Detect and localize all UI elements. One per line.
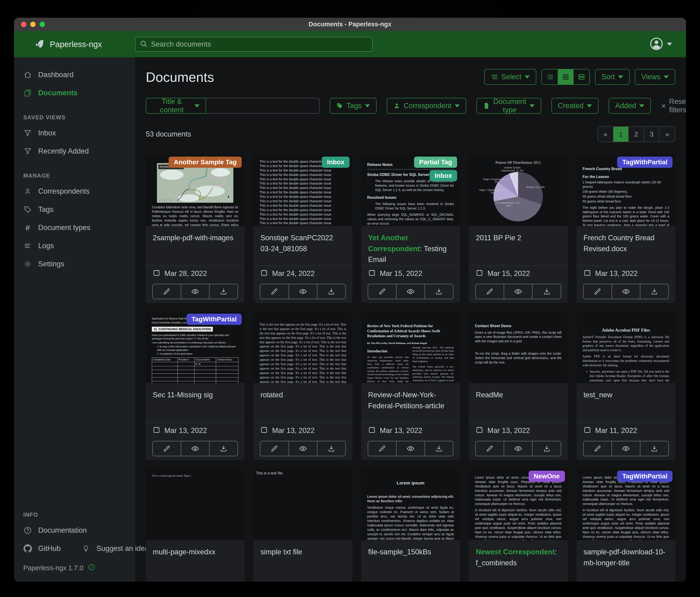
page-button[interactable]: « [598, 127, 614, 142]
document-thumbnail[interactable]: Contact Sheet DemoGiven a set of image f… [469, 311, 568, 383]
view-button[interactable] [397, 284, 425, 299]
reset-filters-button[interactable]: × Reset filters [661, 97, 686, 114]
card-title[interactable]: test_new [583, 390, 668, 401]
view-mode-detail[interactable] [574, 69, 590, 85]
page-button[interactable]: 1 [614, 127, 629, 142]
zoom-window-button[interactable] [40, 22, 45, 27]
document-thumbnail[interactable]: TagWithPartial French Country BreadFor t… [577, 154, 675, 226]
sidebar-item-documentation[interactable]: Documentation [14, 521, 135, 540]
document-thumbnail[interactable]: This is a test file. [253, 469, 352, 540]
view-button[interactable] [504, 284, 532, 299]
document-thumbnail[interactable]: NewOne Lorem ipsum dolor sit amet, conse… [469, 469, 568, 540]
document-card[interactable]: This is the text that appears on the fir… [253, 311, 352, 460]
document-card[interactable]: TagWithPartial French Country BreadFor t… [577, 154, 675, 303]
download-button[interactable] [641, 284, 668, 299]
document-card[interactable]: Adobe Acrobat PDF FilesAdobe® Portable D… [577, 311, 675, 460]
edit-button[interactable] [368, 284, 397, 299]
info-circle-icon[interactable] [88, 564, 95, 572]
global-search[interactable] [135, 37, 373, 52]
card-correspondent[interactable]: Yet Another Correspondent [368, 234, 420, 253]
view-button[interactable] [504, 441, 532, 456]
added-filter-button[interactable]: Added [609, 98, 651, 114]
download-button[interactable] [425, 441, 453, 456]
sidebar-item-recently-added[interactable]: Recently Added [14, 142, 135, 160]
document-card[interactable]: Partial TagInbox Release NotesSimba ODBC… [361, 154, 460, 303]
download-button[interactable] [317, 441, 345, 456]
minimize-window-button[interactable] [30, 22, 35, 27]
document-card[interactable]: This is a multi page document. Page 1. m… [146, 469, 245, 582]
sidebar-item-logs[interactable]: Logs [14, 237, 135, 255]
view-button[interactable] [612, 284, 641, 299]
card-title[interactable]: file-sample_150kBs [368, 547, 453, 558]
tag-badge[interactable]: TagWithPartial [186, 314, 242, 325]
document-thumbnail[interactable]: This is the text that appears on the fir… [253, 311, 352, 383]
tag-badge[interactable]: NewOne [529, 471, 565, 482]
document-thumbnail[interactable]: This is a multi page document. Page 1. [146, 469, 245, 540]
sidebar-item-github[interactable]: GitHub [14, 540, 64, 558]
tag-badge[interactable]: Partial Tag [414, 157, 457, 168]
sidebar-item-correspondents[interactable]: Correspondents [14, 182, 135, 200]
edit-button[interactable] [583, 441, 612, 456]
download-button[interactable] [317, 284, 345, 299]
sidebar-item-settings[interactable]: Settings [14, 255, 135, 273]
select-button[interactable]: Select [484, 69, 536, 85]
sidebar-item-documents[interactable]: Documents [14, 84, 135, 102]
document-card[interactable]: Patient BP Distribution 2011Normal, 151,… [469, 154, 568, 303]
card-title[interactable]: Review-of-New-York-Federal-Petitions-art… [368, 390, 453, 411]
document-card[interactable]: TagWithPartial Lorem ipsum dolor sit ame… [577, 469, 675, 582]
document-type-filter-button[interactable]: Document type [476, 98, 541, 114]
card-correspondent[interactable]: Newest Correspondent [476, 548, 555, 556]
document-card[interactable]: This is a test file. simple txt file [253, 469, 352, 582]
view-mode-grid[interactable] [558, 69, 574, 85]
document-thumbnail[interactable]: Lorem ipsumLorem ipsum dolor sit amet, c… [361, 469, 460, 540]
view-button[interactable] [289, 284, 317, 299]
tag-badge[interactable]: TagWithPartial [617, 471, 673, 482]
sidebar-item-inbox[interactable]: Inbox [14, 124, 135, 142]
edit-button[interactable] [153, 441, 181, 456]
download-button[interactable] [532, 284, 560, 299]
card-title[interactable]: 2011 BP Pie 2 [476, 233, 560, 243]
card-title[interactable]: Sonstige ScanPC2022 03-24_081058 [260, 233, 345, 254]
view-button[interactable] [289, 441, 317, 456]
edit-button[interactable] [260, 441, 289, 456]
document-card[interactable]: NewOne Lorem ipsum dolor sit amet, conse… [469, 469, 568, 582]
download-button[interactable] [641, 441, 668, 456]
download-button[interactable] [425, 284, 453, 299]
document-thumbnail[interactable]: Partial TagInbox Release NotesSimba ODBC… [361, 154, 460, 226]
edit-button[interactable] [260, 284, 289, 299]
document-card[interactable]: TagWithPartial Application for Medical S… [146, 311, 245, 460]
view-mode-list[interactable] [542, 69, 558, 85]
created-filter-button[interactable]: Created [551, 98, 598, 114]
card-title[interactable]: sample-pdf-download-10-mb-longer-title [583, 547, 668, 568]
sidebar-item-dashboard[interactable]: Dashboard [14, 66, 135, 84]
card-title[interactable]: ReadMe [476, 390, 560, 401]
view-button[interactable] [181, 284, 209, 299]
tag-badge[interactable]: Inbox [430, 170, 457, 181]
page-button[interactable]: 2 [629, 127, 644, 142]
document-thumbnail[interactable]: Review of New York Federal Petitions for… [361, 311, 460, 383]
document-card[interactable]: Review of New York Federal Petitions for… [361, 311, 460, 460]
edit-button[interactable] [368, 441, 397, 456]
document-thumbnail[interactable]: Adobe Acrobat PDF FilesAdobe® Portable D… [577, 311, 675, 383]
document-card[interactable]: Another Sample Tag Boundary Waters TripG… [146, 154, 245, 303]
download-button[interactable] [209, 284, 238, 299]
document-thumbnail[interactable]: TagWithPartial Lorem ipsum dolor sit ame… [577, 469, 675, 540]
tag-badge[interactable]: Inbox [322, 157, 350, 168]
view-button[interactable] [397, 441, 425, 456]
brand[interactable]: Paperless-ngx [14, 39, 135, 50]
search-input[interactable] [151, 40, 368, 48]
tag-badge[interactable]: Another Sample Tag [169, 157, 242, 168]
card-title[interactable]: 2sample-pdf-with-images [153, 233, 238, 243]
document-card[interactable]: Contact Sheet DemoGiven a set of image f… [469, 311, 568, 460]
download-button[interactable] [532, 441, 560, 456]
card-title[interactable]: Sec 11-Missing sig [153, 390, 238, 401]
view-button[interactable] [612, 441, 641, 456]
document-thumbnail[interactable]: Another Sample Tag Boundary Waters TripG… [146, 154, 245, 226]
document-thumbnail[interactable]: TagWithPartial Application for Medical S… [146, 311, 245, 383]
view-button[interactable] [181, 441, 209, 456]
edit-button[interactable] [476, 441, 504, 456]
edit-button[interactable] [153, 284, 181, 299]
tag-badge[interactable]: TagWithPartial [617, 157, 673, 168]
page-button[interactable]: » [659, 127, 675, 142]
edit-button[interactable] [583, 284, 612, 299]
